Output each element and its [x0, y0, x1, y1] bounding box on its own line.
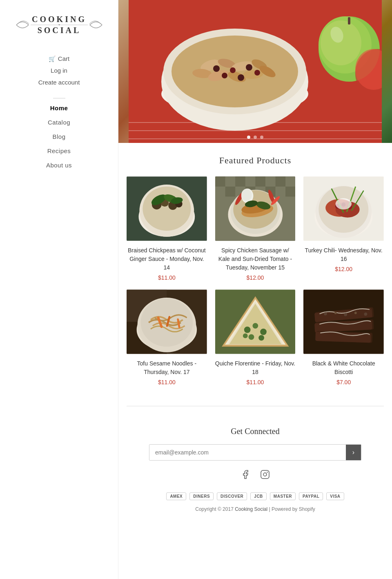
nav-blog[interactable]: Blog	[52, 133, 65, 140]
svg-rect-51	[255, 176, 265, 187]
svg-point-62	[241, 189, 252, 201]
logo: COOKING SOCIAL ♥	[14, 12, 104, 39]
logo-svg: COOKING SOCIAL ♥	[14, 11, 104, 39]
product-image-6	[303, 289, 384, 354]
shop-name-link[interactable]: Cooking Social	[235, 506, 269, 512]
login-link[interactable]: Log in	[51, 67, 67, 74]
svg-rect-30	[348, 17, 350, 24]
facebook-icon[interactable]	[240, 469, 251, 480]
dot-3[interactable]	[260, 136, 263, 139]
product-card-2[interactable]: Spicy Chicken Sausage w/ Kale and Sun-Dr…	[215, 176, 296, 281]
product-price-6: $7.00	[303, 379, 384, 385]
featured-section: Featured Products	[118, 143, 392, 398]
product-card-5[interactable]: Quiche Florentine - Friday, Nov. 18 $11.…	[215, 289, 296, 385]
svg-point-37	[143, 187, 191, 231]
product-image-4	[127, 289, 207, 354]
hero-slider[interactable]	[118, 0, 392, 143]
svg-point-98	[243, 334, 248, 338]
cart-link[interactable]: 🛒 Cart	[49, 55, 69, 62]
slider-dots	[247, 136, 263, 139]
nav-catalog[interactable]: Catalog	[48, 119, 70, 126]
svg-point-97	[258, 335, 264, 341]
product-image-5	[215, 289, 296, 354]
product-price-5: $11.00	[215, 379, 296, 385]
footer-divider	[127, 406, 384, 406]
svg-point-79	[336, 198, 352, 209]
product-card-6[interactable]: Black & White Chocolate Biscotti $7.00	[303, 289, 384, 385]
product-card-3[interactable]: Turkey Chili- Wednesday, Nov. 16 $12.00	[303, 176, 384, 281]
product-name-1: Braised Chickpeas w/ Coconut Ginger Sauc…	[127, 246, 207, 272]
svg-point-85	[140, 298, 193, 347]
product-image-1	[127, 176, 207, 241]
products-grid: Braised Chickpeas w/ Coconut Ginger Sauc…	[127, 176, 384, 385]
svg-rect-53	[275, 176, 285, 187]
hero-image	[118, 0, 392, 143]
svg-point-95	[260, 329, 267, 335]
product-name-3: Turkey Chili- Wednesday, Nov. 16	[303, 246, 384, 263]
product-price-1: $11.00	[127, 274, 207, 281]
get-connected-title: Get Connected	[127, 427, 384, 436]
payment-paypal: PAYPAL	[299, 492, 323, 500]
nav-recipes[interactable]: Recipes	[47, 147, 71, 154]
product-price-3: $12.00	[303, 266, 384, 272]
copyright: Copyright © 2017 Cooking Social | Powere…	[127, 506, 384, 512]
svg-point-29	[321, 20, 361, 65]
main-nav: Home Catalog Blog Recipes About us	[46, 105, 72, 169]
svg-point-116	[263, 473, 267, 476]
svg-point-24	[222, 73, 227, 78]
svg-point-21	[213, 65, 220, 72]
footer: Get Connected ›	[118, 414, 392, 520]
payment-visa: VISA	[326, 492, 344, 500]
product-price-4: $11.00	[127, 379, 207, 385]
svg-text:SOCIAL: SOCIAL	[37, 26, 81, 35]
dot-1[interactable]	[247, 136, 250, 139]
nav-home[interactable]: Home	[50, 105, 68, 111]
powered-by: | Powered by Shopify	[269, 506, 315, 512]
svg-text:COOKING: COOKING	[32, 15, 87, 24]
logo-area: COOKING SOCIAL ♥	[14, 12, 104, 39]
svg-rect-48	[225, 187, 235, 197]
sidebar: COOKING SOCIAL ♥ 🛒 Cart Log in	[0, 0, 118, 579]
main-content: Featured Products	[118, 0, 392, 579]
svg-rect-47	[215, 176, 225, 187]
svg-point-26	[254, 70, 260, 76]
product-name-2: Spicy Chicken Sausage w/ Kale and Sun-Dr…	[215, 246, 296, 272]
svg-point-93	[244, 327, 250, 333]
instagram-icon[interactable]	[259, 469, 271, 480]
shop-name: Cooking Social	[235, 506, 267, 512]
nav-divider	[53, 98, 65, 98]
svg-point-22	[230, 67, 236, 73]
email-input[interactable]	[149, 445, 346, 460]
product-card-4[interactable]: Tofu Sesame Noodles - Thursday, Nov. 17 …	[127, 289, 207, 385]
payment-amex: AMEX	[166, 492, 186, 500]
cart-icon: 🛒	[49, 56, 56, 62]
svg-rect-115	[261, 470, 269, 479]
payment-icons: AMEX DINERS DISCOVER JCB MASTER PAYPAL V…	[127, 492, 384, 500]
svg-point-23	[246, 64, 252, 71]
svg-point-94	[252, 323, 258, 329]
product-card-1[interactable]: Braised Chickpeas w/ Coconut Ginger Sauc…	[127, 176, 207, 281]
svg-point-96	[248, 334, 254, 340]
featured-title: Featured Products	[127, 155, 384, 166]
product-name-5: Quiche Florentine - Friday, Nov. 18	[215, 359, 296, 376]
create-account-link[interactable]: Create account	[38, 79, 80, 86]
payment-discover: DISCOVER	[217, 492, 247, 500]
create-account-label: Create account	[38, 79, 80, 86]
payment-jcb: JCB	[250, 492, 267, 500]
email-form: ›	[149, 444, 361, 461]
svg-rect-49	[235, 176, 245, 187]
svg-text:♥: ♥	[58, 23, 60, 27]
login-label: Log in	[51, 67, 67, 74]
dot-2[interactable]	[254, 136, 257, 139]
auth-links: 🛒 Cart Log in Create account	[38, 55, 80, 86]
product-name-4: Tofu Sesame Noodles - Thursday, Nov. 17	[127, 359, 207, 376]
svg-point-25	[238, 74, 244, 81]
email-submit-button[interactable]: ›	[346, 445, 361, 460]
payment-master: MASTER	[270, 492, 296, 500]
product-image-3	[303, 176, 384, 241]
cart-label: Cart	[58, 55, 69, 62]
hero-illustration	[129, 0, 382, 143]
nav-about-us[interactable]: About us	[46, 162, 72, 169]
social-icons	[127, 469, 384, 480]
copyright-text: Copyright © 2017	[195, 506, 234, 512]
